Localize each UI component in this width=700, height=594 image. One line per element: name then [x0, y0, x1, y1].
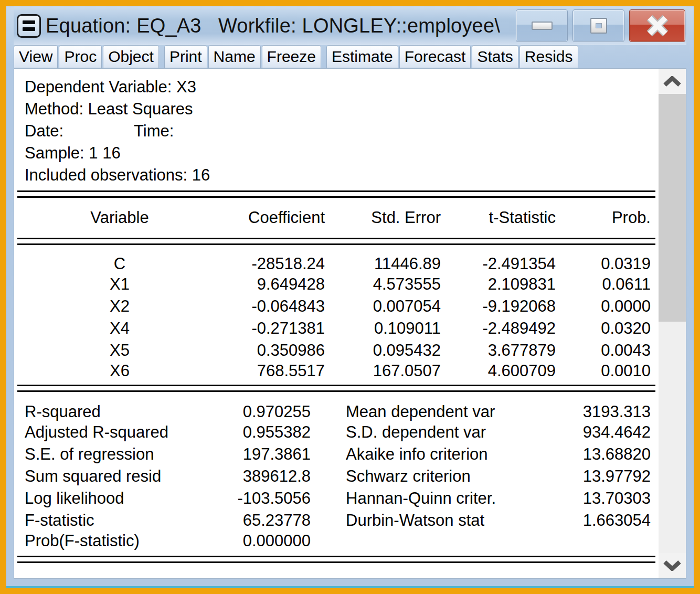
cell-coefficient: 768.5517 — [222, 362, 325, 385]
stat-value: 0.955382 — [204, 421, 311, 443]
cell-variable: C — [17, 245, 222, 273]
close-button[interactable] — [629, 9, 685, 42]
cell-t-statistic: -2.489492 — [441, 317, 556, 340]
coefficients-header-table: Variable Coefficient Std. Error t-Statis… — [17, 198, 651, 238]
col-header-variable: Variable — [17, 198, 222, 238]
table-row: X5 0.350986 0.095432 3.677879 0.0043 — [17, 340, 651, 362]
minimize-button[interactable] — [516, 9, 568, 42]
table-row: S.E. of regression 197.3861 Akaike info … — [17, 443, 651, 465]
cell-prob: 0.0010 — [556, 362, 651, 385]
table-row: X6 768.5517 167.0507 4.600709 0.0010 — [17, 362, 651, 385]
stat-label: R-squared — [17, 392, 204, 421]
print-button[interactable]: Print — [164, 45, 207, 68]
stat-label: Schwarz criterion — [311, 465, 531, 487]
separator-double-line — [17, 238, 655, 245]
scrollbar-thumb[interactable] — [659, 94, 686, 322]
cell-prob: 0.0319 — [556, 245, 651, 273]
stat-value: 0.970255 — [204, 392, 311, 421]
proc-button[interactable]: Proc — [59, 45, 102, 68]
separator-double-line — [17, 385, 655, 392]
vertical-scrollbar[interactable] — [659, 69, 686, 578]
table-row: X4 -0.271381 0.109011 -2.489492 0.0320 — [17, 317, 651, 340]
table-row: R-squared 0.970255 Mean dependent var 31… — [17, 392, 651, 421]
table-row: Adjusted R-squared 0.955382 S.D. depende… — [17, 421, 651, 443]
forecast-button[interactable]: Forecast — [399, 45, 471, 68]
cell-std-error: 11446.89 — [325, 245, 441, 273]
stat-label: Log likelihood — [17, 487, 204, 510]
stat-label: Durbin-Watson stat — [311, 510, 531, 532]
cell-prob: 0.0043 — [556, 340, 651, 362]
cell-prob: 0.0320 — [556, 317, 651, 340]
toolbar-group-object: View Proc Object — [14, 45, 159, 68]
table-row: C -28518.24 11446.89 -2.491354 0.0319 — [17, 245, 651, 273]
separator-double-line — [17, 190, 655, 198]
stat-label: F-statistic — [17, 510, 204, 532]
time-label: Time: — [134, 122, 174, 140]
stat-label: Hannan-Quinn criter. — [311, 487, 531, 510]
cell-std-error: 0.007054 — [325, 295, 441, 317]
maximize-icon — [590, 18, 607, 34]
cell-prob: 0.0000 — [556, 295, 651, 317]
stat-label: Prob(F-statistic) — [17, 532, 204, 556]
equals-bar-bottom — [23, 27, 35, 31]
table-row: Log likelihood -103.5056 Hannan-Quinn cr… — [17, 487, 651, 510]
col-header-t-statistic: t-Statistic — [441, 198, 556, 238]
minimize-icon — [532, 22, 553, 30]
stat-label: S.E. of regression — [17, 443, 204, 465]
col-header-prob: Prob. — [556, 198, 651, 238]
estimation-summary: Dependent Variable: X3 Method: Least Squ… — [17, 75, 655, 190]
cell-variable: X6 — [17, 362, 222, 385]
maximize-button[interactable] — [572, 9, 624, 42]
cell-prob: 0.0611 — [556, 273, 651, 295]
dependent-variable-line: Dependent Variable: X3 — [25, 76, 655, 98]
resids-button[interactable]: Resids — [519, 45, 578, 68]
toolbar-group-equation: Estimate Forecast Stats Resids — [326, 45, 578, 68]
stat-label: Sum squared resid — [17, 465, 204, 487]
chevron-down-icon — [663, 560, 681, 571]
close-icon — [645, 15, 670, 37]
object-button[interactable]: Object — [103, 45, 159, 68]
stat-value: 3193.313 — [531, 392, 651, 421]
col-header-std-error: Std. Error — [325, 198, 441, 238]
cell-variable: X4 — [17, 317, 222, 340]
estimation-output: Dependent Variable: X3 Method: Least Squ… — [14, 69, 659, 578]
scroll-down-button[interactable] — [659, 553, 686, 578]
content-area: Dependent Variable: X3 Method: Least Squ… — [14, 68, 686, 579]
stat-value: 0.000000 — [204, 532, 311, 556]
freeze-button[interactable]: Freeze — [262, 45, 321, 68]
stats-button[interactable]: Stats — [472, 45, 518, 68]
cell-t-statistic: -2.491354 — [441, 245, 556, 273]
date-time-line: Date:Time: — [25, 120, 655, 142]
cell-t-statistic: 2.109831 — [441, 273, 556, 295]
application-window: Equation: EQ_A3 Workfile: LONGLEY::emplo… — [0, 0, 700, 594]
cell-t-statistic: 3.677879 — [441, 340, 556, 362]
cell-coefficient: -28518.24 — [222, 245, 325, 273]
date-label: Date: — [25, 120, 134, 142]
stat-value: 13.97792 — [531, 465, 651, 487]
coefficients-header-row: Variable Coefficient Std. Error t-Statis… — [17, 198, 651, 238]
stat-value: 934.4642 — [531, 421, 651, 443]
equals-bar-top — [23, 20, 35, 24]
method-line: Method: Least Squares — [25, 98, 655, 120]
stat-label: Adjusted R-squared — [17, 421, 204, 443]
cell-variable: X1 — [17, 273, 222, 295]
name-button[interactable]: Name — [208, 45, 261, 68]
cell-coefficient: 9.649428 — [222, 273, 325, 295]
stat-label: S.D. dependent var — [311, 421, 531, 443]
scrollbar-track[interactable] — [659, 322, 686, 553]
cell-coefficient: 0.350986 — [222, 340, 325, 362]
window-controls — [516, 9, 685, 42]
cell-t-statistic: -9.192068 — [441, 295, 556, 317]
chevron-up-icon — [663, 76, 681, 87]
col-header-coefficient: Coefficient — [222, 198, 325, 238]
equation-object-icon[interactable] — [17, 14, 41, 38]
view-button[interactable]: View — [14, 45, 58, 68]
sample-line: Sample: 1 16 — [25, 142, 655, 164]
maximize-icon-hole — [596, 23, 602, 28]
scroll-up-button[interactable] — [659, 69, 686, 94]
stat-value: 1.663054 — [531, 510, 651, 532]
estimate-button[interactable]: Estimate — [326, 45, 398, 68]
table-row: Prob(F-statistic) 0.000000 — [17, 532, 651, 556]
stat-value: 13.70303 — [531, 487, 651, 510]
window-frame: Equation: EQ_A3 Workfile: LONGLEY::emplo… — [6, 6, 694, 588]
